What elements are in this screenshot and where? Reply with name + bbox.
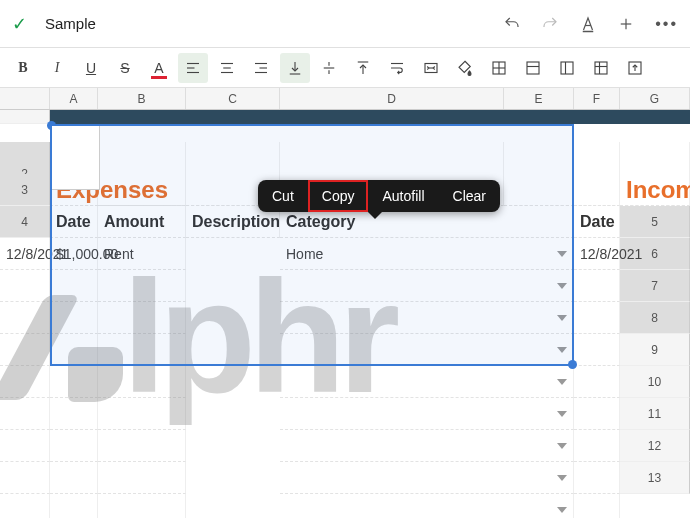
chevron-down-icon[interactable]: [557, 251, 567, 257]
col-header[interactable]: B: [98, 88, 186, 109]
cell[interactable]: [504, 174, 574, 206]
row-header[interactable]: 7: [620, 270, 690, 302]
cell[interactable]: [0, 462, 50, 494]
cell[interactable]: [98, 270, 186, 302]
cell[interactable]: [50, 302, 98, 334]
cell-date2[interactable]: 12/8/2021: [574, 238, 620, 270]
chevron-down-icon[interactable]: [557, 315, 567, 321]
underline-button[interactable]: U: [76, 53, 106, 83]
cell-date[interactable]: 12/8/2021: [0, 238, 50, 270]
header-date[interactable]: Date: [50, 206, 98, 238]
cell[interactable]: [0, 334, 50, 366]
export-button[interactable]: [620, 53, 650, 83]
col-header[interactable]: D: [280, 88, 504, 109]
menu-cut[interactable]: Cut: [258, 180, 308, 212]
cell[interactable]: [98, 462, 186, 494]
cell[interactable]: [50, 494, 98, 518]
cell[interactable]: [0, 302, 50, 334]
row-header[interactable]: 10: [620, 366, 690, 398]
freeze-button[interactable]: [586, 53, 616, 83]
row-header[interactable]: [0, 110, 50, 124]
cell[interactable]: [0, 494, 50, 518]
chevron-down-icon[interactable]: [557, 347, 567, 353]
check-icon[interactable]: ✓: [12, 13, 27, 35]
header-amount[interactable]: Amount: [98, 206, 186, 238]
document-title[interactable]: Sample: [45, 15, 503, 32]
chevron-down-icon[interactable]: [557, 443, 567, 449]
align-left-button[interactable]: [178, 53, 208, 83]
cell[interactable]: [574, 302, 620, 334]
insert-row-button[interactable]: [518, 53, 548, 83]
section-title-expenses[interactable]: Expenses: [50, 174, 280, 206]
cell[interactable]: [280, 462, 574, 494]
cell[interactable]: [50, 398, 98, 430]
chevron-down-icon[interactable]: [557, 507, 567, 513]
cell[interactable]: [574, 334, 620, 366]
col-header[interactable]: G: [620, 88, 690, 109]
cell[interactable]: [574, 462, 620, 494]
row-header[interactable]: 4: [0, 206, 50, 238]
menu-autofill[interactable]: Autofill: [368, 180, 438, 212]
cell[interactable]: [50, 270, 98, 302]
chevron-down-icon[interactable]: [557, 379, 567, 385]
col-header[interactable]: C: [186, 88, 280, 109]
cell[interactable]: [0, 366, 50, 398]
col-header[interactable]: A: [50, 88, 98, 109]
valign-middle-button[interactable]: [314, 53, 344, 83]
row-header[interactable]: 13: [620, 462, 690, 494]
cell[interactable]: [280, 366, 574, 398]
undo-icon[interactable]: [503, 15, 521, 33]
cell[interactable]: [98, 334, 186, 366]
cell[interactable]: [574, 430, 620, 462]
menu-clear[interactable]: Clear: [439, 180, 500, 212]
merge-cells-button[interactable]: [416, 53, 446, 83]
row-header[interactable]: 11: [620, 398, 690, 430]
row-header[interactable]: 8: [620, 302, 690, 334]
cell[interactable]: [280, 334, 574, 366]
cell[interactable]: [0, 270, 50, 302]
bold-button[interactable]: B: [8, 53, 38, 83]
row-header[interactable]: 12: [620, 430, 690, 462]
sheet-grid[interactable]: 2 3 Expenses Incom 4 Date Amount Descrip…: [0, 110, 690, 518]
column-headers[interactable]: A B C D E F G: [0, 88, 690, 110]
cell[interactable]: [98, 302, 186, 334]
row-header[interactable]: 3: [0, 174, 50, 206]
italic-button[interactable]: I: [42, 53, 72, 83]
cell[interactable]: [0, 430, 50, 462]
cell[interactable]: [574, 398, 620, 430]
header-date2[interactable]: Date: [574, 206, 620, 238]
fill-color-button[interactable]: [450, 53, 480, 83]
wrap-text-button[interactable]: [382, 53, 412, 83]
menu-copy[interactable]: Copy: [308, 180, 369, 212]
plus-icon[interactable]: [617, 15, 635, 33]
cell-amount[interactable]: $1,000.00: [50, 238, 98, 270]
cell[interactable]: [280, 494, 574, 518]
chevron-down-icon[interactable]: [557, 411, 567, 417]
insert-col-button[interactable]: [552, 53, 582, 83]
cell[interactable]: [50, 334, 98, 366]
cell[interactable]: [574, 366, 620, 398]
chevron-down-icon[interactable]: [557, 475, 567, 481]
cell[interactable]: [98, 398, 186, 430]
align-right-button[interactable]: [246, 53, 276, 83]
text-color-icon[interactable]: [579, 15, 597, 33]
strikethrough-button[interactable]: S: [110, 53, 140, 83]
cell[interactable]: [98, 494, 186, 518]
chevron-down-icon[interactable]: [557, 283, 567, 289]
cell[interactable]: [50, 462, 98, 494]
cell[interactable]: [0, 398, 50, 430]
col-header[interactable]: E: [504, 88, 574, 109]
valign-bottom-button[interactable]: [280, 53, 310, 83]
section-title-income[interactable]: Incom: [620, 174, 690, 206]
valign-top-button[interactable]: [348, 53, 378, 83]
borders-button[interactable]: [484, 53, 514, 83]
cell[interactable]: [280, 270, 574, 302]
cell-category[interactable]: Home: [280, 238, 574, 270]
font-color-button[interactable]: A: [144, 53, 174, 83]
select-all-corner[interactable]: [0, 88, 50, 109]
align-center-button[interactable]: [212, 53, 242, 83]
cell[interactable]: [98, 430, 186, 462]
more-icon[interactable]: •••: [655, 15, 678, 33]
row-header[interactable]: 9: [620, 334, 690, 366]
cell[interactable]: [98, 366, 186, 398]
